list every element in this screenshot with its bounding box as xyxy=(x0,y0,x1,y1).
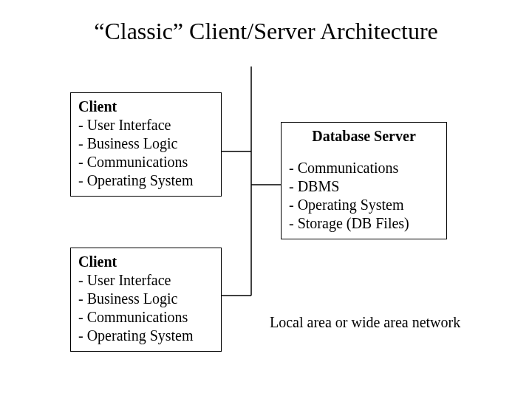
client1-line3: - Communications xyxy=(78,153,214,171)
slide-title: “Classic” Client/Server Architecture xyxy=(0,18,532,45)
server-line3: - Operating System xyxy=(289,196,439,214)
server-box: Database Server - Communications - DBMS … xyxy=(281,122,447,239)
client1-line1: - User Interface xyxy=(78,116,214,134)
client1-line2: - Business Logic xyxy=(78,134,214,153)
server-header: Database Server xyxy=(289,127,439,150)
server-line1: - Communications xyxy=(289,159,439,177)
client2-line3: - Communications xyxy=(78,308,214,327)
spacer xyxy=(289,150,439,159)
client-box-1: Client - User Interface - Business Logic… xyxy=(70,92,222,197)
client-box-2: Client - User Interface - Business Logic… xyxy=(70,248,222,352)
client2-line2: - Business Logic xyxy=(78,290,214,308)
client2-header: Client xyxy=(78,253,214,271)
client2-line1: - User Interface xyxy=(78,271,214,290)
server-line4: - Storage (DB Files) xyxy=(289,214,439,233)
server-line2: - DBMS xyxy=(289,177,439,196)
client1-line4: - Operating System xyxy=(78,171,214,190)
client1-header: Client xyxy=(78,98,214,116)
network-caption: Local area or wide area network xyxy=(270,314,460,331)
slide: “Classic” Client/Server Architecture Cli… xyxy=(0,0,532,399)
client2-line4: - Operating System xyxy=(78,327,214,345)
